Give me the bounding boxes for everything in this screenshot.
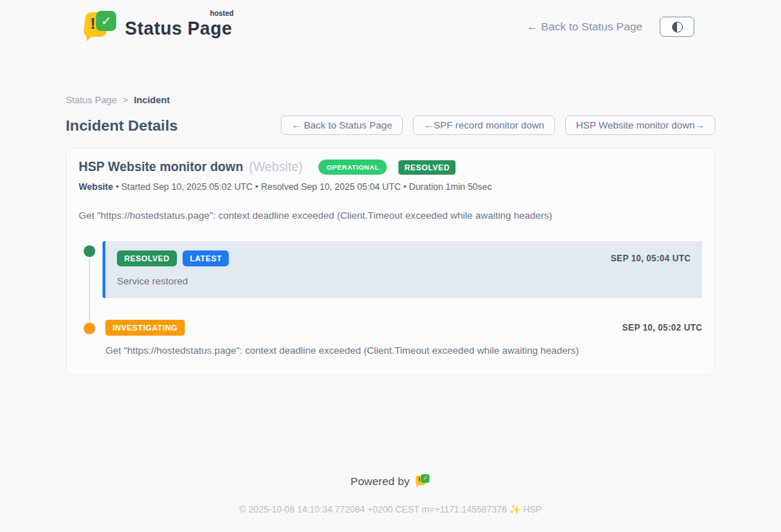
brand-superscript: hosted xyxy=(210,9,234,17)
mini-logo-tail xyxy=(416,484,421,487)
timeline-entry-head: INVESTIGATING SEP 10, 05:02 UTC xyxy=(105,320,702,336)
breadcrumb-current: Incident xyxy=(134,95,170,105)
hsp-logo-icon: ! ✓ xyxy=(416,474,430,488)
header-back-link[interactable]: ← Back to Status Page xyxy=(527,20,642,33)
incident-component: (Website) xyxy=(249,160,303,175)
copyright-text: © 2025-10-08 14:10:34.772084 +0200 CEST … xyxy=(240,505,507,515)
timeline-message: Service restored xyxy=(117,276,691,287)
breadcrumb-separator: > xyxy=(123,95,128,105)
mini-checkmark-icon: ✓ xyxy=(423,476,428,481)
resolved-status-badge: RESOLVED xyxy=(398,160,455,175)
timeline-entry: INVESTIGATING SEP 10, 05:02 UTC Get "htt… xyxy=(79,318,702,356)
timeline-message: Get "https://hostedstatus.page": context… xyxy=(105,345,702,356)
back-to-status-page-button[interactable]: ← Back to Status Page xyxy=(281,115,403,135)
page-title: Incident Details xyxy=(66,117,178,134)
timeline-badges: RESOLVED LATEST xyxy=(117,250,611,266)
timeline-entry-body-investigating: INVESTIGATING SEP 10, 05:02 UTC Get "htt… xyxy=(102,318,702,356)
copyright-suffix: HSP xyxy=(523,505,542,515)
breadcrumb-root[interactable]: Status Page xyxy=(66,95,117,105)
timeline-timestamp: SEP 10, 05:02 UTC xyxy=(622,323,702,333)
mini-exclamation-icon: ! xyxy=(418,476,420,483)
theme-toggle-button[interactable] xyxy=(660,17,694,37)
incident-card: HSP Website monitor down (Website) OPERA… xyxy=(66,148,715,375)
timeline-entry-head: RESOLVED LATEST SEP 10, 05:04 UTC xyxy=(117,250,691,266)
powered-by-link[interactable]: Powered by ! ✓ xyxy=(351,474,431,488)
next-incident-button[interactable]: HSP Website monitor down→ xyxy=(565,115,715,135)
breadcrumb: Status Page > Incident xyxy=(66,95,715,105)
incident-description: Get "https://hostedstatus.page": context… xyxy=(79,210,702,221)
powered-by-label: Powered by xyxy=(351,475,410,488)
resolved-badge: RESOLVED xyxy=(117,250,177,266)
status-page: ! ✓ Status Page hosted ← Back to Status … xyxy=(0,0,781,532)
copyright-line: © 2025-10-08 14:10:34.772084 +0200 CEST … xyxy=(0,504,781,515)
investigating-badge: INVESTIGATING xyxy=(105,320,185,336)
main-content: Status Page > Incident Incident Details … xyxy=(66,95,715,375)
brand-name: Status Page xyxy=(125,18,232,38)
timeline-entry: RESOLVED LATEST SEP 10, 05:04 UTC Servic… xyxy=(79,241,702,298)
header: ! ✓ Status Page hosted ← Back to Status … xyxy=(0,0,781,50)
app-logo[interactable]: ! ✓ Status Page hosted xyxy=(84,11,232,43)
resolved-dot-icon xyxy=(84,245,95,257)
checkmark-icon: ✓ xyxy=(101,15,111,27)
logo-bubble-tail xyxy=(87,32,96,41)
brand-wrap: Status Page hosted xyxy=(125,11,232,39)
incident-meta: Website • Started Sep 10, 2025 05:02 UTC… xyxy=(79,182,702,192)
header-right: ← Back to Status Page xyxy=(527,17,694,37)
meta-details: • Started Sep 10, 2025 05:02 UTC • Resol… xyxy=(115,182,492,192)
timeline-badges: INVESTIGATING xyxy=(105,320,622,336)
incident-title: HSP Website monitor down xyxy=(79,160,243,175)
meta-component-name: Website xyxy=(79,182,113,192)
title-row: Incident Details ← Back to Status Page ←… xyxy=(66,115,715,135)
incident-nav-buttons: ← Back to Status Page ←SPF record monito… xyxy=(281,115,715,135)
logo-green-square: ✓ xyxy=(96,11,116,31)
footer: Powered by ! ✓ © 2025-10-08 14:10:34.772… xyxy=(0,474,781,532)
incident-title-row: HSP Website monitor down (Website) OPERA… xyxy=(79,160,702,175)
status-page-logo-icon: ! ✓ xyxy=(84,11,118,43)
timeline-timestamp: SEP 10, 05:04 UTC xyxy=(611,253,691,263)
latest-badge: LATEST xyxy=(183,250,229,266)
prev-incident-button[interactable]: ←SPF record monitor down xyxy=(413,115,555,135)
incident-timeline: RESOLVED LATEST SEP 10, 05:04 UTC Servic… xyxy=(79,241,702,356)
investigating-dot-icon xyxy=(84,323,95,334)
timeline-entry-body-latest: RESOLVED LATEST SEP 10, 05:04 UTC Servic… xyxy=(102,241,702,298)
operational-status-badge: OPERATIONAL xyxy=(318,160,387,175)
exclamation-icon: ! xyxy=(90,14,95,33)
contrast-icon xyxy=(672,22,683,32)
sparkle-icon: ✨ xyxy=(510,505,521,515)
mini-logo-green: ✓ xyxy=(421,474,429,483)
